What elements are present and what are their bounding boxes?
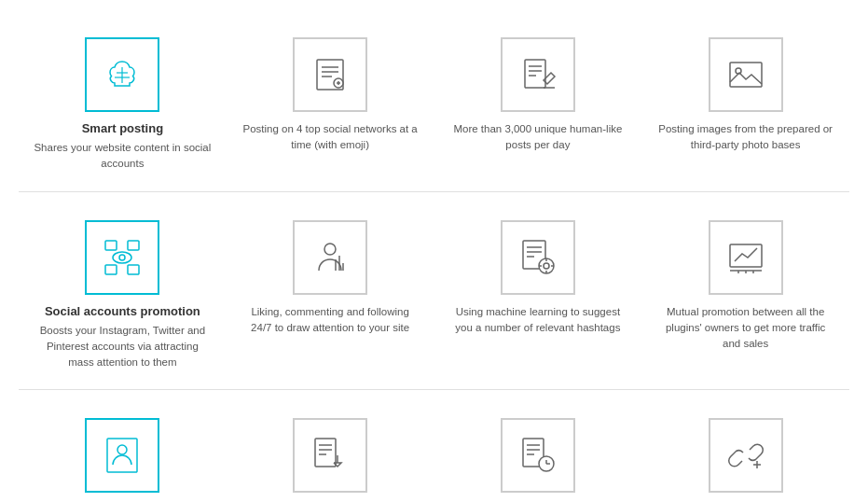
image-icon	[725, 54, 766, 95]
posting-images-icon-box	[709, 37, 783, 112]
liking-commenting-desc: Liking, commenting and following 24/7 to…	[241, 304, 420, 337]
svg-rect-15	[730, 63, 762, 87]
smart-posting-icon-box	[85, 37, 159, 112]
mutual-promotion-desc: Mutual promotion between all the plugins…	[655, 304, 835, 353]
social-accounts-desc: Boosts your Instagram, Twitter and Pinte…	[33, 323, 213, 371]
social-accounts-title: Social accounts promotion	[45, 304, 200, 318]
adding-name-icon-box	[501, 418, 575, 493]
svg-rect-20	[128, 265, 139, 274]
posting-networks-desc: Posting on 4 top social networks at a ti…	[241, 121, 420, 154]
feature-unique-posts: More than 3,000 unique human-like posts …	[434, 28, 642, 163]
machine-learning-icon-box	[501, 220, 575, 295]
document-list-icon	[310, 54, 351, 95]
feature-liking-commenting: Liking, commenting and following 24/7 to…	[227, 211, 434, 346]
feature-grabbing-posts: Grabbing posts from the selected social …	[227, 409, 434, 502]
feature-mutual-promotion: Mutual promotion between all the plugins…	[641, 211, 849, 362]
eye-scan-icon	[102, 237, 143, 278]
svg-rect-10	[525, 60, 545, 88]
main-page: Smart posting Shares your website conten…	[0, 0, 868, 502]
feature-smart-posting: Smart posting Shares your website conten…	[19, 28, 227, 182]
post-grabber-section: Post Grabber Finds popular content relev…	[19, 390, 849, 502]
svg-rect-44	[315, 439, 336, 467]
feature-using-backlinks: Using backlinks to the promoted website	[641, 409, 849, 502]
grabbing-posts-icon-box	[293, 418, 367, 493]
svg-point-22	[119, 255, 125, 260]
social-accounts-icon-box	[85, 220, 159, 295]
social-promotion-section: Social accounts promotion Boosts your In…	[19, 192, 849, 391]
brain-icon	[102, 54, 143, 95]
posting-networks-icon-box	[293, 37, 367, 112]
unique-posts-desc: More than 3,000 unique human-like posts …	[448, 121, 628, 154]
link-plus-icon	[725, 435, 766, 476]
person-chart-icon	[310, 237, 351, 278]
feature-adding-name: Adding the name of the post's author	[434, 409, 642, 502]
liking-commenting-icon-box	[293, 220, 367, 295]
svg-point-21	[113, 252, 131, 263]
document-clock-icon	[517, 435, 558, 476]
document-edit-icon	[517, 54, 558, 95]
using-backlinks-icon-box	[709, 418, 783, 493]
settings-doc-icon	[517, 237, 558, 278]
smart-posting-title: Smart posting	[82, 121, 163, 135]
mutual-promotion-icon-box	[709, 220, 783, 295]
svg-rect-19	[105, 265, 117, 274]
machine-learning-desc: Using machine learning to suggest you a …	[448, 304, 628, 337]
svg-point-43	[117, 445, 127, 454]
svg-rect-18	[128, 241, 139, 250]
feature-machine-learning: Using machine learning to suggest you a …	[434, 211, 642, 346]
feature-posting-images: Posting images from the prepared or thir…	[641, 28, 849, 163]
unique-posts-icon-box	[501, 37, 575, 112]
post-grabber-icon-box	[85, 418, 159, 493]
feature-post-grabber: Post Grabber Finds popular content relev…	[19, 409, 227, 502]
document-person-icon	[102, 435, 143, 476]
document-arrow-icon	[310, 435, 351, 476]
svg-point-23	[324, 244, 336, 255]
smart-posting-section: Smart posting Shares your website conten…	[19, 9, 849, 192]
posting-images-desc: Posting images from the prepared or thir…	[655, 121, 835, 154]
smart-posting-desc: Shares your website content in social ac…	[33, 140, 213, 173]
feature-social-accounts: Social accounts promotion Boosts your In…	[19, 211, 227, 381]
chart-up-icon	[725, 237, 766, 278]
svg-rect-17	[105, 241, 117, 250]
feature-posting-networks: Posting on 4 top social networks at a ti…	[227, 28, 434, 163]
